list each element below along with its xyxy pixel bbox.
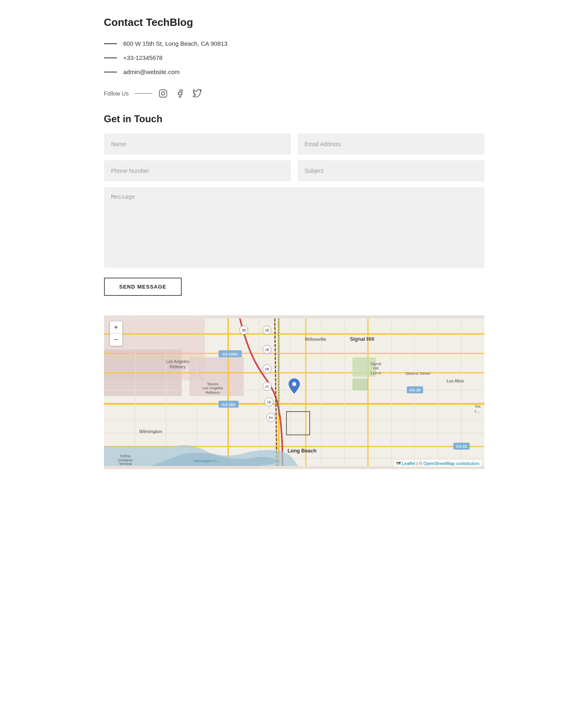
- svg-text:Signal Hill: Signal Hill: [350, 336, 374, 342]
- subject-input[interactable]: [297, 160, 484, 181]
- svg-text:Refinery: Refinery: [170, 364, 186, 369]
- address-dash: [104, 43, 117, 44]
- follow-us-label: Follow Us: [104, 90, 129, 97]
- svg-text:L...: L...: [475, 409, 480, 413]
- form-row-1: [104, 134, 484, 155]
- page-title: Contact TechBlog: [104, 16, 484, 29]
- svg-text:3B: 3B: [242, 328, 246, 332]
- svg-text:Terminal: Terminal: [119, 462, 132, 466]
- svg-text:Wilmington: Wilmington: [139, 429, 162, 434]
- svg-text:CA 19: CA 19: [409, 388, 420, 392]
- svg-text:110 m: 110 m: [370, 371, 381, 375]
- leaflet-link[interactable]: Leaflet: [402, 461, 415, 466]
- form-section-title: Get in Touch: [104, 113, 484, 125]
- svg-text:Los Angeles: Los Angeles: [166, 359, 189, 364]
- phone-dash: [104, 57, 117, 58]
- svg-text:Stearns Street: Stearns Street: [405, 371, 430, 376]
- svg-text:1B: 1B: [265, 328, 269, 332]
- svg-text:Willowville: Willowville: [305, 337, 326, 342]
- send-button-container: SEND MESSAGE: [104, 278, 484, 296]
- name-input[interactable]: [104, 134, 291, 155]
- svg-text:Wilmington C...: Wilmington C...: [193, 459, 219, 463]
- svg-text:2A: 2A: [265, 384, 269, 389]
- svg-text:2B: 2B: [265, 367, 269, 371]
- form-row-2: [104, 160, 484, 181]
- svg-text:Long Beach: Long Beach: [287, 448, 316, 454]
- map-container: CA 103U CA 103 CA 19 CA 22 3B 1B 1B 2B: [104, 315, 484, 469]
- svg-text:1B: 1B: [267, 400, 271, 404]
- follow-us-divider: [134, 93, 152, 94]
- phone-text: +33-12345678: [123, 54, 163, 61]
- svg-text:Signal: Signal: [370, 361, 381, 366]
- osm-attribution: | ©: [416, 461, 423, 466]
- zoom-in-button[interactable]: +: [110, 321, 122, 333]
- social-icons-group: [158, 88, 202, 99]
- map-zoom-controls[interactable]: + −: [110, 321, 123, 346]
- svg-rect-0: [159, 90, 167, 97]
- phone-number-input[interactable]: [104, 160, 291, 181]
- send-message-button[interactable]: SEND MESSAGE: [104, 278, 182, 296]
- instagram-icon[interactable]: [158, 88, 168, 99]
- svg-text:Tesoro: Tesoro: [207, 382, 219, 386]
- svg-text:CA 103: CA 103: [222, 402, 235, 407]
- twitter-icon[interactable]: [192, 88, 202, 99]
- svg-text:Los Altos: Los Altos: [446, 378, 464, 383]
- leaflet-attribution: 🗺: [396, 461, 402, 466]
- svg-rect-54: [352, 378, 367, 390]
- email-text: admin@website.com: [123, 68, 180, 75]
- svg-text:Refinery: Refinery: [205, 390, 220, 395]
- svg-text:Hill: Hill: [373, 366, 378, 370]
- svg-text:CA 22: CA 22: [456, 444, 467, 448]
- phone-row: +33-12345678: [104, 54, 484, 61]
- svg-text:Container: Container: [118, 458, 133, 462]
- svg-text:CA 103U: CA 103U: [222, 352, 238, 356]
- map-attribution: 🗺 Leaflet | © OpenStreetMap contributors: [395, 460, 481, 467]
- email-address-input[interactable]: [297, 134, 484, 155]
- svg-text:1B: 1B: [265, 348, 269, 352]
- facebook-icon[interactable]: [175, 88, 185, 99]
- message-textarea[interactable]: [104, 187, 484, 268]
- email-dash: [104, 72, 117, 72]
- svg-point-77: [292, 382, 296, 386]
- address-row: 600 W 15th St, Long Beach, CA 90813: [104, 40, 484, 47]
- follow-us-row: Follow Us: [104, 88, 484, 99]
- svg-text:Sta: Sta: [475, 404, 481, 408]
- svg-point-2: [165, 91, 166, 92]
- svg-text:5A: 5A: [269, 416, 273, 420]
- address-text: 600 W 15th St, Long Beach, CA 90813: [123, 40, 228, 47]
- map-pin: [289, 378, 300, 395]
- zoom-out-button[interactable]: −: [110, 333, 122, 346]
- osm-link[interactable]: OpenStreetMap contributors: [423, 461, 479, 466]
- svg-text:TroPac: TroPac: [120, 454, 131, 458]
- email-row: admin@website.com: [104, 68, 484, 75]
- svg-text:Los Angeles: Los Angeles: [202, 386, 223, 390]
- svg-point-1: [161, 92, 165, 95]
